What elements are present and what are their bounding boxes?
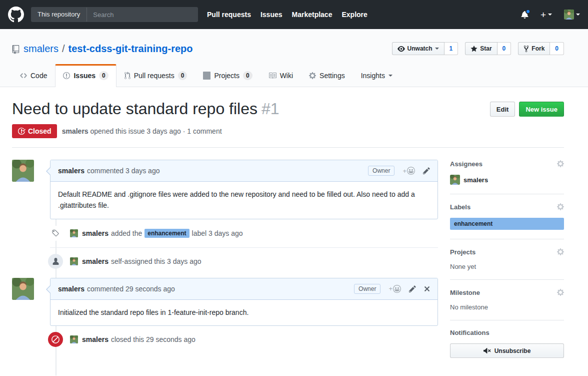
new-issue-button[interactable]: New issue xyxy=(519,102,564,117)
edit-comment-button[interactable] xyxy=(423,167,430,175)
projects-heading: Projects xyxy=(450,248,476,256)
sidebar-assignees: Assignees smalers xyxy=(450,160,564,194)
projects-empty-text: None yet xyxy=(450,263,564,270)
gear-icon xyxy=(309,72,316,80)
label-enhancement[interactable]: enhancement xyxy=(144,229,189,238)
search-input[interactable] xyxy=(87,7,198,22)
comment-body: Initialized the standard repo files in 1… xyxy=(50,300,438,326)
issue-author[interactable]: smalers xyxy=(62,127,88,135)
event-avatar[interactable] xyxy=(70,229,78,237)
add-reaction-button[interactable]: + xyxy=(388,285,401,293)
nav-explore[interactable]: Explore xyxy=(342,11,367,19)
repo-owner-link[interactable]: smalers xyxy=(24,43,58,55)
labels-heading: Labels xyxy=(450,203,470,211)
closed-event: smalers closed this 29 seconds ago xyxy=(12,326,438,353)
create-new-dropdown[interactable]: + xyxy=(540,10,552,20)
repo-name-link[interactable]: test-cdss-git-training-repo xyxy=(68,43,193,55)
x-icon xyxy=(424,285,430,293)
book-icon xyxy=(268,72,276,80)
issue-timeline: smalers commented 3 days ago Owner + Def… xyxy=(12,160,438,375)
projects-gear-icon[interactable] xyxy=(557,248,564,256)
assignee-item[interactable]: smalers xyxy=(450,175,564,185)
repo-path-separator: / xyxy=(62,43,65,55)
repo-tabs: Code Issues 0 Pull requests 0 Projects 0… xyxy=(12,64,564,87)
star-count[interactable]: 0 xyxy=(498,42,512,55)
milestone-empty-text: No milestone xyxy=(450,303,564,311)
nav-marketplace[interactable]: Marketplace xyxy=(292,11,332,19)
user-menu[interactable] xyxy=(564,10,580,20)
circle-slash-icon xyxy=(48,332,63,347)
search-box[interactable]: This repository xyxy=(31,7,198,22)
assignee-name: smalers xyxy=(464,176,488,184)
labels-gear-icon[interactable] xyxy=(557,203,564,211)
owner-badge: Owner xyxy=(368,166,394,176)
issue-number: #1 xyxy=(262,100,280,118)
issue-sidebar: Assignees smalers Labels enhancement xyxy=(450,160,564,375)
add-reaction-button[interactable]: + xyxy=(402,167,415,175)
milestone-heading: Milestone xyxy=(450,289,480,296)
top-nav: Pull requests Issues Marketplace Explore xyxy=(207,11,368,19)
star-button[interactable]: Star xyxy=(465,42,497,55)
pencil-icon xyxy=(423,167,430,175)
top-header: This repository Pull requests Issues Mar… xyxy=(0,0,588,29)
header-right-cluster: + xyxy=(521,10,580,20)
notifications-bell-icon[interactable] xyxy=(521,11,528,19)
comment-header: smalers commented 29 seconds ago Owner + xyxy=(50,278,438,300)
label-enhancement[interactable]: enhancement xyxy=(450,218,564,230)
projects-counter: 0 xyxy=(243,71,252,80)
tab-settings[interactable]: Settings xyxy=(301,64,353,87)
project-icon xyxy=(203,72,210,80)
edit-comment-button[interactable] xyxy=(409,285,416,293)
sidebar-notifications: Notifications Unsubscribe xyxy=(450,329,564,367)
commenter-avatar[interactable] xyxy=(12,278,34,300)
issues-counter: 0 xyxy=(99,71,108,80)
nav-issues[interactable]: Issues xyxy=(260,11,282,19)
event-author[interactable]: smalers xyxy=(82,335,108,343)
edit-button[interactable]: Edit xyxy=(490,102,516,117)
repo-icon xyxy=(12,43,20,55)
mute-icon xyxy=(484,347,491,354)
eye-icon xyxy=(398,45,405,53)
assignees-gear-icon[interactable] xyxy=(557,160,564,168)
tab-pull-requests[interactable]: Pull requests 0 xyxy=(116,64,196,87)
event-avatar[interactable] xyxy=(70,335,78,343)
nav-pull-requests[interactable]: Pull requests xyxy=(207,11,251,19)
tab-projects[interactable]: Projects 0 xyxy=(195,64,260,87)
label-event: smalers added the enhancement label 3 da… xyxy=(12,219,438,247)
milestone-gear-icon[interactable] xyxy=(557,288,564,296)
issue-state-badge: Closed xyxy=(12,124,57,138)
unread-notification-dot xyxy=(526,9,530,14)
fork-button[interactable]: Fork xyxy=(518,42,550,55)
smiley-icon xyxy=(393,285,401,293)
commenter-avatar[interactable] xyxy=(12,160,34,182)
delete-comment-button[interactable] xyxy=(424,285,430,293)
issue-closed-icon xyxy=(18,127,26,135)
issue-title: Need to update standard repo files#1 xyxy=(12,99,490,118)
notifications-heading: Notifications xyxy=(450,329,490,336)
tab-issues[interactable]: Issues 0 xyxy=(55,64,116,87)
repo-actions: Unwatch 1 Star 0 Fork xyxy=(392,42,564,55)
caret-down-icon xyxy=(388,75,392,79)
comment-header: smalers commented 3 days ago Owner + xyxy=(50,160,438,182)
event-author[interactable]: smalers xyxy=(82,257,108,265)
assignee-avatar xyxy=(450,175,460,185)
unsubscribe-button[interactable]: Unsubscribe xyxy=(450,343,564,358)
watch-count[interactable]: 1 xyxy=(444,42,458,55)
tab-insights[interactable]: Insights xyxy=(353,64,400,87)
sidebar-projects: Projects None yet xyxy=(450,248,564,280)
caret-down-icon xyxy=(576,14,580,18)
github-logo-icon[interactable] xyxy=(8,7,24,23)
comment-author[interactable]: smalers xyxy=(58,285,84,293)
comment-author[interactable]: smalers xyxy=(58,167,84,175)
plus-icon: + xyxy=(540,10,546,20)
fork-count[interactable]: 0 xyxy=(550,42,564,55)
pencil-icon xyxy=(409,285,416,293)
tab-wiki[interactable]: Wiki xyxy=(260,64,301,87)
tag-icon xyxy=(48,226,63,241)
assign-event: smalers self-assigned this 3 days ago xyxy=(12,248,438,275)
owner-badge: Owner xyxy=(354,284,380,294)
event-avatar[interactable] xyxy=(70,257,78,265)
tab-code[interactable]: Code xyxy=(12,64,55,87)
unwatch-button[interactable]: Unwatch xyxy=(392,42,444,55)
event-author[interactable]: smalers xyxy=(82,229,108,237)
